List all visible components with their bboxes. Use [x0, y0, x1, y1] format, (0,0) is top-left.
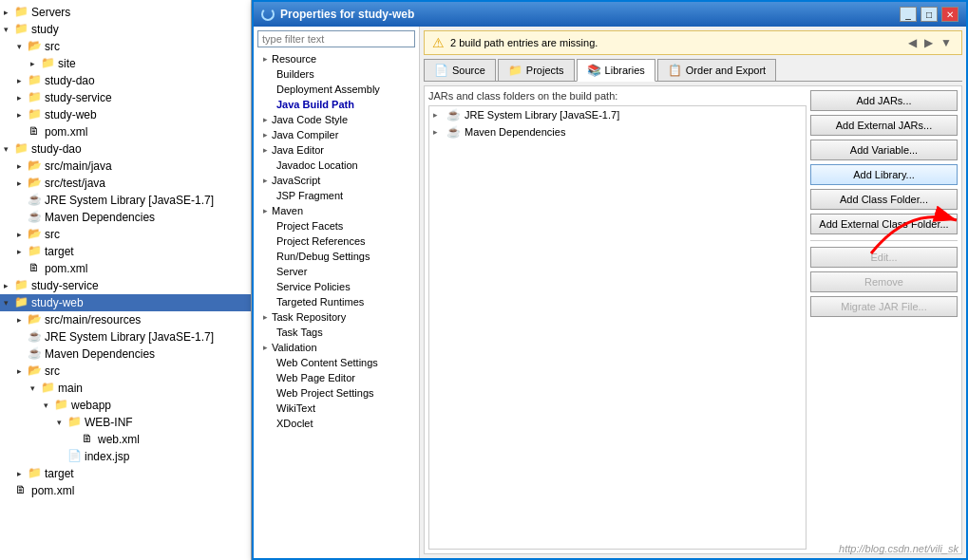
nav-item-task-tags[interactable]: Task Tags — [257, 325, 415, 340]
dialog-right: ⚠ 2 build path entries are missing. ◀ ▶ … — [420, 27, 966, 558]
button-add-jars-[interactable]: Add JARs... — [810, 90, 958, 111]
tree-item-webapp[interactable]: ▾ 📁 webapp — [0, 397, 251, 414]
close-button[interactable]: ✕ — [941, 7, 959, 22]
jar-entry-maven[interactable]: ▸ ☕ Maven Dependencies — [429, 123, 806, 140]
tab-label: Libraries — [605, 65, 645, 76]
tree-item-src-test-java[interactable]: ▸ 📂 src/test/java — [0, 175, 251, 192]
window-controls[interactable]: _ □ ✕ — [900, 7, 959, 22]
nav-label: Task Tags — [276, 327, 323, 338]
tree-item-study-web2[interactable]: ▾ 📁 study-web — [0, 294, 251, 311]
button-add-external-jars-[interactable]: Add External JARs... — [810, 115, 958, 136]
minimize-button[interactable]: _ — [900, 7, 917, 22]
nav-item-java-editor[interactable]: ▸ Java Editor — [257, 142, 415, 158]
tree-label: Servers — [31, 6, 70, 19]
tree-item-study-service2[interactable]: ▸ 📁 study-service — [0, 277, 251, 294]
jar-entry-jre[interactable]: ▸ ☕ JRE System Library [JavaSE-1.7] — [429, 106, 806, 123]
tree-item-servers[interactable]: ▸ 📁 Servers — [0, 4, 251, 21]
nav-item-xdoclet[interactable]: XDoclet — [257, 416, 415, 431]
nav-item-run/debug-settings[interactable]: Run/Debug Settings — [257, 249, 415, 264]
nav-item-project-facets[interactable]: Project Facets — [257, 218, 415, 233]
tree-item-jre-web[interactable]: ☕ JRE System Library [JavaSE-1.7] — [0, 328, 251, 345]
tree-item-study-dao[interactable]: ▸ 📁 study-dao — [0, 72, 251, 89]
expand-arrow: ▸ — [4, 8, 13, 17]
button-add-external-class-folder-[interactable]: Add External Class Folder... — [810, 214, 958, 234]
tree-item-src-main-java[interactable]: ▸ 📂 src/main/java — [0, 158, 251, 175]
tab-source[interactable]: 📄 Source — [424, 59, 496, 81]
tree-item-src-main-res[interactable]: ▸ 📂 src/main/resources — [0, 311, 251, 328]
tab-projects[interactable]: 📁 Projects — [498, 59, 575, 81]
nav-item-web-content-settings[interactable]: Web Content Settings — [257, 355, 415, 370]
tree-label: study-dao — [45, 74, 95, 87]
jar-expand-arrow: ▸ — [433, 127, 443, 137]
tree-item-target1[interactable]: ▸ 📁 target — [0, 243, 251, 260]
expand-arrow: ▾ — [57, 418, 66, 427]
nav-item-web-page-editor[interactable]: Web Page Editor — [257, 370, 415, 385]
nav-item-deployment-assembly[interactable]: Deployment Assembly — [257, 82, 415, 97]
tree-item-pom-xml-3[interactable]: 🗎 pom.xml — [0, 482, 251, 499]
jar-label: Maven Dependencies — [465, 126, 565, 138]
nav-item-service-policies[interactable]: Service Policies — [257, 279, 415, 294]
nav-item-resource[interactable]: ▸ Resource — [257, 51, 415, 66]
nav-item-maven[interactable]: ▸ Maven — [257, 203, 415, 218]
tree-item-web-xml[interactable]: 🗎 web.xml — [0, 431, 251, 448]
tab-order-and-export[interactable]: 📋 Order and Export — [657, 59, 776, 81]
dropdown-arrow[interactable]: ▼ — [939, 36, 954, 49]
button-add-variable-[interactable]: Add Variable... — [810, 140, 958, 160]
filter-input[interactable] — [257, 30, 415, 47]
tabs-container[interactable]: 📄 Source 📁 Projects 📚 Libraries 📋 Order … — [424, 59, 962, 82]
nav-item-validation[interactable]: ▸ Validation — [257, 340, 415, 355]
jars-list[interactable]: ▸ ☕ JRE System Library [JavaSE-1.7] ▸ ☕ … — [428, 105, 807, 550]
nav-item-javascript[interactable]: ▸ JavaScript — [257, 173, 415, 188]
tree-item-pom-xml-1[interactable]: 🗎 pom.xml — [0, 123, 251, 140]
nav-item-task-repository[interactable]: ▸ Task Repository — [257, 309, 415, 325]
nav-item-targeted-runtimes[interactable]: Targeted Runtimes — [257, 294, 415, 309]
file-icon: 🗎 — [27, 124, 42, 140]
tree-item-web-inf[interactable]: ▾ 📁 WEB-INF — [0, 414, 251, 431]
nav-item-java-code-style[interactable]: ▸ Java Code Style — [257, 112, 415, 127]
button-add-class-folder-[interactable]: Add Class Folder... — [810, 189, 958, 210]
maximize-button[interactable]: □ — [921, 7, 938, 22]
nav-item-builders[interactable]: Builders — [257, 66, 415, 82]
tree-item-study-web[interactable]: ▸ 📁 study-web — [0, 106, 251, 123]
tree-item-src2[interactable]: ▸ 📂 src — [0, 226, 251, 243]
tree-item-maven-web[interactable]: ☕ Maven Dependencies — [0, 345, 251, 363]
nav-item-web-project-settings[interactable]: Web Project Settings — [257, 385, 415, 401]
forward-arrow[interactable]: ▶ — [922, 36, 935, 49]
nav-label: Deployment Assembly — [276, 84, 380, 95]
nav-item-java-compiler[interactable]: ▸ Java Compiler — [257, 127, 415, 142]
file-icon: ☕ — [27, 329, 42, 345]
tree-label: Maven Dependencies — [45, 347, 155, 361]
tree-item-study-service[interactable]: ▸ 📁 study-service — [0, 89, 251, 106]
nav-item-wikitext[interactable]: WikiText — [257, 401, 415, 416]
nav-expand-arrow: ▸ — [263, 206, 268, 215]
tree-label: src/test/java — [45, 177, 105, 190]
back-arrow[interactable]: ◀ — [906, 36, 919, 49]
nav-item-java-build-path[interactable]: Java Build Path — [257, 97, 415, 112]
file-icon: 📁 — [66, 415, 82, 430]
file-tree[interactable]: ▸ 📁 Servers ▾ 📁 study ▾ 📂 src ▸ 📁 site ▸… — [0, 0, 252, 560]
tree-item-site[interactable]: ▸ 📁 site — [0, 55, 251, 72]
tree-item-study[interactable]: ▾ 📁 study — [0, 21, 251, 38]
tree-item-jre-dao[interactable]: ☕ JRE System Library [JavaSE-1.7] — [0, 192, 251, 209]
nav-item-project-references[interactable]: Project References — [257, 233, 415, 249]
file-icon: 📁 — [40, 56, 55, 71]
tree-item-study-dao2[interactable]: ▾ 📁 study-dao — [0, 140, 251, 158]
nav-item-jsp-fragment[interactable]: JSP Fragment — [257, 188, 415, 203]
tree-item-maven-dao[interactable]: ☕ Maven Dependencies — [0, 209, 251, 226]
file-icon: ☕ — [27, 210, 42, 225]
tab-icon: 📚 — [587, 64, 601, 77]
jars-section: JARs and class folders on the build path… — [428, 90, 807, 550]
tree-item-pom-xml-2[interactable]: 🗎 pom.xml — [0, 260, 251, 277]
nav-item-javadoc-location[interactable]: Javadoc Location — [257, 158, 415, 173]
button-add-library-[interactable]: Add Library... — [810, 164, 958, 185]
tree-item-src3[interactable]: ▸ 📂 src — [0, 363, 251, 380]
nav-item-server[interactable]: Server — [257, 264, 415, 279]
nav-expand-arrow: ▸ — [263, 130, 268, 140]
tree-item-src[interactable]: ▾ 📂 src — [0, 38, 251, 55]
tree-label: pom.xml — [45, 262, 87, 275]
tab-libraries[interactable]: 📚 Libraries — [577, 59, 655, 82]
nav-arrows[interactable]: ◀ ▶ ▼ — [906, 36, 954, 49]
tree-item-index-jsp[interactable]: 📄 index.jsp — [0, 448, 251, 465]
tree-item-target2[interactable]: ▸ 📁 target — [0, 465, 251, 482]
tree-item-main[interactable]: ▾ 📁 main — [0, 380, 251, 397]
